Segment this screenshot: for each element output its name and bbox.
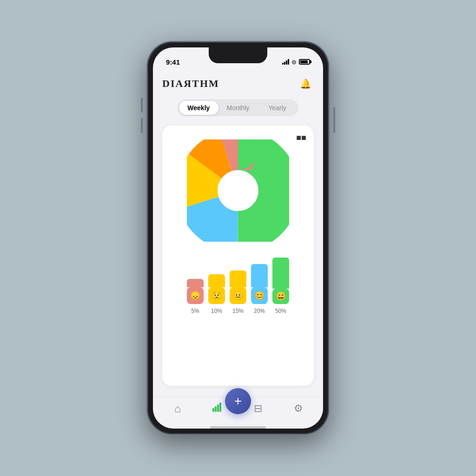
- bar-pct-4: 20%: [251, 308, 268, 314]
- tab-weekly[interactable]: Weekly: [179, 101, 218, 115]
- app-header: DIAЯTHM 🔔: [162, 70, 314, 99]
- bar-pct-2: 10%: [208, 308, 225, 314]
- fab-add-button[interactable]: +: [225, 388, 251, 414]
- bar-chart: 😞 😟: [172, 253, 304, 314]
- home-icon: ⌂: [174, 402, 181, 415]
- bar-rect-5: [272, 258, 289, 289]
- bar-percentages: 5% 10% 15% 20% 50%: [187, 306, 289, 314]
- plus-icon: +: [234, 395, 242, 408]
- pie-chart: [187, 139, 289, 242]
- tab-bar: Weekly Monthly Yearly: [178, 99, 298, 116]
- emoji-4: 😊: [251, 287, 268, 304]
- emoji-5: 😄: [272, 289, 289, 304]
- volume-down-button[interactable]: [141, 118, 143, 133]
- bar-rect-2: [208, 274, 225, 287]
- svg-rect-6: [215, 406, 217, 412]
- bar-rect-1: [187, 279, 204, 287]
- bar-rect-3: [230, 271, 246, 287]
- settings-icon: ⚙: [294, 403, 303, 415]
- notch: [209, 47, 267, 63]
- app-content: DIAЯTHM 🔔 Weekly Monthly Yearly ■■: [153, 70, 323, 397]
- bar-pct-5: 50%: [272, 308, 289, 314]
- home-indicator: [210, 426, 266, 429]
- stats-icon: [212, 403, 224, 415]
- nav-home[interactable]: ⌂: [166, 402, 189, 415]
- svg-rect-5: [212, 408, 214, 412]
- phone-frame: 9:41 ⊜ DIAЯTHM: [147, 42, 329, 434]
- emoji-1: 😞: [187, 287, 204, 304]
- tab-yearly[interactable]: Yearly: [258, 101, 297, 115]
- svg-rect-7: [217, 404, 219, 412]
- status-icons: ⊜: [282, 59, 310, 66]
- chart-card: ■■: [162, 126, 314, 386]
- status-time: 9:41: [166, 58, 180, 66]
- card-menu-button[interactable]: ■■: [296, 133, 306, 143]
- bar-item-5: 😄: [272, 258, 289, 304]
- emoji-2: 😟: [208, 287, 225, 304]
- power-button[interactable]: [333, 107, 335, 133]
- phone-screen: 9:41 ⊜ DIAЯTHM: [153, 47, 323, 429]
- logo-text: DIAЯTHM: [162, 78, 219, 89]
- notification-button[interactable]: 🔔: [297, 75, 314, 92]
- app-logo: DIAЯTHM: [162, 78, 219, 90]
- journal-icon: ⊟: [254, 403, 262, 415]
- volume-up-button[interactable]: [141, 98, 143, 112]
- bar-rect-4: [251, 264, 268, 287]
- tab-monthly[interactable]: Monthly: [218, 101, 258, 115]
- bar-item-4: 😊: [251, 258, 268, 304]
- bar-item-1: 😞: [187, 258, 204, 304]
- bottom-nav: ⌂ + ⊟ ⚙: [153, 397, 323, 423]
- signal-icon: [282, 59, 289, 65]
- wifi-icon: ⊜: [291, 59, 297, 66]
- bar-pct-1: 5%: [187, 308, 204, 314]
- nav-settings[interactable]: ⚙: [287, 403, 310, 415]
- svg-rect-8: [219, 403, 221, 412]
- emoji-3: 😐: [230, 287, 246, 304]
- battery-icon: [299, 59, 310, 65]
- pie-svg: [187, 139, 289, 242]
- bar-item-2: 😟: [208, 258, 225, 304]
- bar-pct-3: 15%: [230, 308, 246, 314]
- bars-container: 😞 😟: [187, 253, 289, 304]
- bar-item-3: 😐: [230, 258, 246, 304]
- bell-icon: 🔔: [300, 78, 311, 89]
